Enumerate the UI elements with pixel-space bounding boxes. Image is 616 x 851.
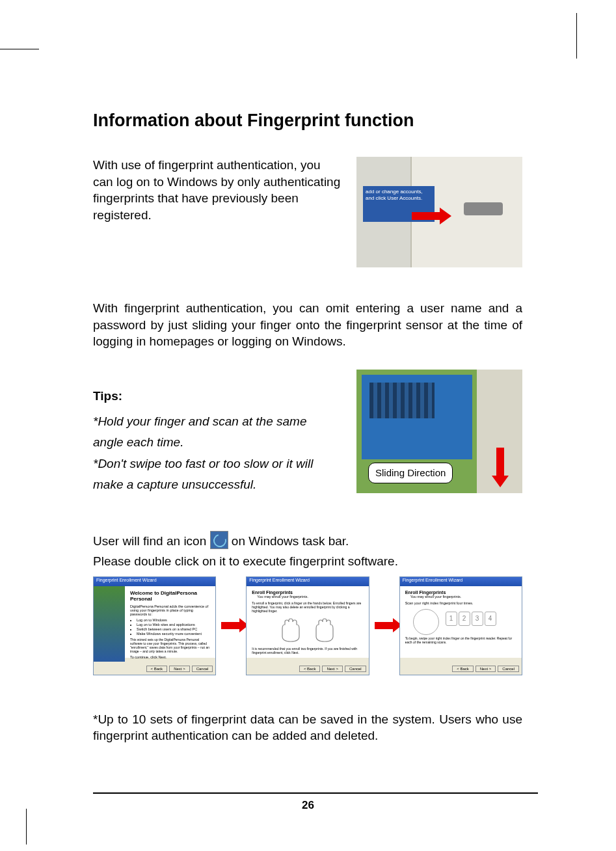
crop-mark [0, 49, 39, 49]
wizard-foot: This wizard sets up the DigitalPersona P… [130, 638, 210, 653]
window-titlebar: Fingerprint Enrollment Wizard [94, 577, 215, 586]
tip-item: *Hold your finger and scan at the same a… [93, 414, 306, 449]
execute-instruction: Please double click on it to execute fin… [93, 554, 522, 569]
sensor-slot [464, 202, 503, 215]
scan-num: 3 [472, 612, 483, 626]
wizard-body: Enroll Fingerprints You may enroll your … [247, 586, 368, 658]
scan-num: 4 [485, 612, 496, 626]
back-button[interactable]: < Back [299, 666, 321, 672]
hands-graphic [252, 618, 363, 644]
text-fragment: on Windows task bar. [232, 534, 349, 548]
list-item: Switch between users on a shared PC [137, 627, 210, 631]
wizard-sub: You may enroll your fingerprints. [257, 595, 363, 599]
right-hand-icon [311, 618, 337, 644]
tips-heading: Tips: [93, 389, 337, 403]
next-button[interactable]: Next > [169, 666, 190, 672]
scan-num: 2 [459, 612, 470, 626]
fingerprint-software-icon [210, 531, 228, 549]
tips-row: Tips: *Hold your finger and scan at the … [93, 370, 522, 495]
wizard-headline: Welcome to DigitalPersona Personal [130, 590, 210, 602]
wizard-desc: To enroll a fingerprint, click a finger … [252, 601, 363, 613]
window-titlebar: Fingerprint Enrollment Wizard [247, 577, 368, 586]
arrow-down-icon [496, 448, 504, 477]
taskbar-icon-line: User will find an icon on Windows task b… [93, 531, 522, 551]
wizard-sub: You may enroll your fingerprints. [410, 595, 516, 599]
next-button[interactable]: Next > [322, 666, 343, 672]
list-item: Log on to Web sites and applications [137, 623, 210, 627]
page-number: 26 [0, 799, 616, 812]
scan-preview-circle [413, 609, 439, 635]
wizard-continue: To continue, click Next. [130, 655, 210, 659]
button-row: < Back Next > Cancel [299, 666, 366, 672]
arrow-right-icon [221, 622, 241, 629]
wizard-body: Enroll Fingerprints You may enroll your … [400, 586, 522, 658]
sliding-direction-callout: Sliding Direction [368, 463, 453, 483]
content-area: Information about Fingerprint function W… [93, 111, 522, 744]
arrow-right-icon [412, 212, 441, 220]
tip-item: *Don't swipe too fast or too slow or it … [93, 457, 313, 491]
cancel-button[interactable]: Cancel [345, 666, 366, 672]
wizard-step-3: Fingerprint Enrollment Wizard Enroll Fin… [399, 576, 522, 675]
left-hand-icon [278, 618, 304, 644]
wizard-screenshots-row: Fingerprint Enrollment Wizard Welcome to… [93, 576, 522, 675]
button-row: < Back Next > Cancel [146, 666, 213, 672]
scan-counter: 1234 [446, 612, 498, 626]
tips-block: Tips: *Hold your finger and scan at the … [93, 370, 337, 495]
page: Information about Fingerprint function W… [0, 0, 616, 851]
fingerprint-device-photo: add or change accounts, and click User A… [356, 157, 522, 267]
wizard-step-1: Fingerprint Enrollment Wizard Welcome to… [93, 576, 216, 675]
back-button[interactable]: < Back [146, 666, 168, 672]
cancel-button[interactable]: Cancel [498, 666, 519, 672]
wizard-body: Welcome to DigitalPersona Personal Digit… [125, 586, 215, 658]
footnote: *Up to 10 sets of fingerprint data can b… [93, 711, 522, 744]
wizard-recommend: It is recommended that you enroll two fi… [252, 647, 363, 655]
wizard-begin: To begin, swipe your right index finger … [405, 636, 516, 644]
cancel-button[interactable]: Cancel [192, 666, 213, 672]
list-item: Make Windows security more convenient [137, 632, 210, 636]
sliding-direction-photo: Sliding Direction [356, 370, 522, 493]
laptop-screen [362, 375, 472, 459]
arrow-right-icon [375, 622, 394, 629]
footer-rule [93, 792, 538, 794]
wizard-heading: Enroll Fingerprints [252, 590, 363, 595]
text-fragment: User will find an icon [93, 534, 210, 548]
intro-row: With use of fingerprint authentication, … [93, 157, 522, 267]
wizard-desc: DigitalPersona Personal adds the conveni… [130, 604, 210, 616]
window-titlebar: Fingerprint Enrollment Wizard [400, 577, 522, 586]
next-button[interactable]: Next > [475, 666, 496, 672]
crop-mark [576, 13, 590, 59]
auth-paragraph: With fingerprint authentication, you can… [93, 300, 522, 350]
crop-mark [26, 809, 27, 844]
intro-paragraph: With use of fingerprint authentication, … [93, 157, 343, 267]
back-button[interactable]: < Back [452, 666, 474, 672]
keyboard-graphic [369, 383, 435, 418]
page-title: Information about Fingerprint function [93, 111, 522, 131]
button-row: < Back Next > Cancel [452, 666, 519, 672]
scan-num: 1 [446, 612, 457, 626]
wizard-step-2: Fingerprint Enrollment Wizard Enroll Fin… [246, 576, 369, 675]
wizard-sidebar-graphic [94, 586, 125, 662]
list-item: Log on to Windows [137, 618, 210, 622]
tips-text: *Hold your finger and scan at the same a… [93, 411, 337, 495]
wizard-heading: Enroll Fingerprints [405, 590, 516, 595]
